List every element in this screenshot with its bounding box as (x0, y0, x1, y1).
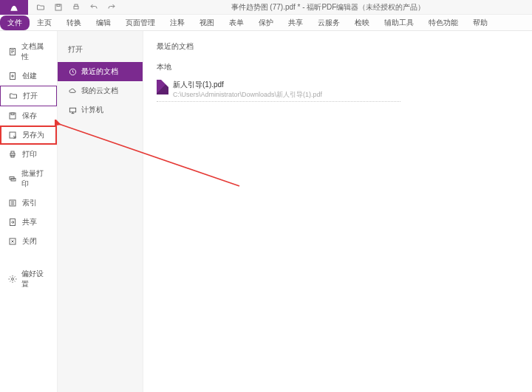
sidebar-item-doc-properties[interactable]: 文档属性 (0, 37, 57, 66)
sidebar-item-batch-print[interactable]: 批量打印 (0, 164, 57, 193)
undo-icon[interactable] (89, 2, 99, 13)
sidebar-label: 偏好设置 (21, 269, 50, 289)
sidebar-item-save[interactable]: 保存 (0, 106, 57, 125)
subpanel-title: 打开 (58, 41, 143, 62)
ribbon-tab-8[interactable]: 保护 (251, 16, 281, 30)
sidebar-label: 打开 (23, 91, 38, 101)
ribbon-tab-6[interactable]: 视图 (192, 16, 222, 30)
main-title: 最近的文档 (157, 41, 519, 52)
svg-rect-0 (55, 4, 61, 10)
ribbon-tabs: 文件主页转换编辑页面管理注释视图表单保护共享云服务检映辅助工具特色功能帮助 (0, 15, 532, 31)
doc-properties-icon (7, 47, 17, 57)
sidebar-item-preferences[interactable]: 偏好设置 (0, 264, 57, 294)
ribbon-tab-9[interactable]: 共享 (281, 16, 310, 30)
save-as-icon (7, 130, 18, 140)
window-title: 事件趋势图 (77).pdf * - 福昕PDF编辑器（未经授权的产品） (124, 2, 532, 13)
sidebar-item-open[interactable]: 打开 (0, 86, 57, 106)
app-logo-icon (0, 0, 28, 15)
file-name: 新人引导(1).pdf (173, 80, 322, 90)
sub-label: 最近的文档 (81, 66, 118, 77)
ribbon-tab-5[interactable]: 注释 (163, 16, 192, 30)
sidebar-label: 索引 (22, 198, 37, 208)
ribbon-tab-2[interactable]: 转换 (59, 16, 89, 30)
ribbon-tab-0[interactable]: 文件 (0, 16, 30, 30)
ribbon-tab-12[interactable]: 辅助工具 (377, 16, 421, 30)
open-subpanel: 打开 最近的文档 我的云文档 计算机 (58, 31, 143, 392)
ribbon-tab-11[interactable]: 检映 (347, 16, 377, 30)
share-icon (7, 217, 18, 227)
recent-file-row[interactable]: 新人引导(1).pdf C:\Users\Administrator\Downl… (157, 78, 400, 102)
svg-rect-1 (57, 4, 60, 7)
sidebar-label: 批量打印 (21, 168, 50, 189)
ribbon-tab-13[interactable]: 特色功能 (421, 16, 466, 30)
svg-rect-19 (69, 108, 75, 112)
sidebar-item-share[interactable]: 共享 (0, 213, 57, 232)
ribbon-tab-10[interactable]: 云服务 (310, 16, 347, 30)
sidebar-item-print[interactable]: 打印 (0, 145, 57, 164)
svg-rect-2 (74, 6, 78, 9)
sidebar-label: 创建 (22, 71, 37, 81)
file-sidebar: 文档属性 创建 打开 保存 另存为 打印 批量打印 索引 共享 关闭 偏好设置 (0, 31, 58, 392)
cloud-icon (68, 86, 77, 95)
svg-point-17 (11, 278, 13, 281)
sidebar-item-close[interactable]: 关闭 (0, 232, 57, 251)
sub-item-cloud[interactable]: 我的云文档 (58, 81, 143, 100)
gear-icon (7, 274, 17, 284)
close-icon (7, 236, 18, 247)
ribbon-tab-1[interactable]: 主页 (30, 16, 59, 30)
sidebar-item-index[interactable]: 索引 (0, 193, 57, 213)
sub-item-computer[interactable]: 计算机 (58, 100, 143, 120)
create-icon (7, 71, 18, 81)
sidebar-item-create[interactable]: 创建 (0, 66, 57, 86)
open-icon[interactable] (35, 2, 46, 13)
ribbon-tab-7[interactable]: 表单 (222, 16, 251, 30)
sidebar-label: 文档属性 (21, 41, 50, 62)
sidebar-label: 另存为 (22, 130, 44, 140)
titlebar: 事件趋势图 (77).pdf * - 福昕PDF编辑器（未经授权的产品） (0, 0, 532, 15)
save-disk-icon (7, 111, 18, 121)
redo-icon[interactable] (106, 2, 117, 13)
file-path: C:\Users\Administrator\Downloads\新人引导(1)… (173, 90, 322, 100)
open-folder-icon (8, 91, 18, 101)
svg-rect-10 (11, 151, 14, 154)
sub-item-recent[interactable]: 最近的文档 (58, 62, 143, 81)
ribbon-tab-3[interactable]: 编辑 (89, 16, 118, 30)
svg-rect-3 (75, 4, 78, 7)
sub-label: 我的云文档 (81, 86, 118, 96)
main-panel: 最近的文档 本地 新人引导(1).pdf C:\Users\Administra… (143, 31, 532, 392)
sidebar-label: 共享 (22, 217, 37, 227)
section-local: 本地 (157, 62, 519, 72)
sub-label: 计算机 (81, 105, 103, 115)
print-icon[interactable] (71, 2, 81, 13)
batch-print-icon (7, 173, 17, 184)
computer-icon (68, 106, 77, 114)
sidebar-label: 关闭 (22, 236, 37, 247)
ribbon-tab-14[interactable]: 帮助 (466, 16, 495, 30)
sidebar-label: 打印 (22, 149, 37, 159)
index-icon (7, 198, 18, 208)
ribbon-tab-4[interactable]: 页面管理 (118, 16, 163, 30)
quick-access-toolbar (28, 2, 124, 13)
sidebar-label: 保存 (22, 111, 37, 121)
printer-icon (7, 149, 18, 159)
pdf-file-icon (157, 80, 168, 94)
clock-icon (68, 67, 77, 76)
svg-rect-7 (11, 113, 14, 115)
save-icon[interactable] (53, 2, 64, 13)
svg-rect-6 (10, 113, 16, 119)
sidebar-item-save-as[interactable]: 另存为 (0, 125, 57, 145)
